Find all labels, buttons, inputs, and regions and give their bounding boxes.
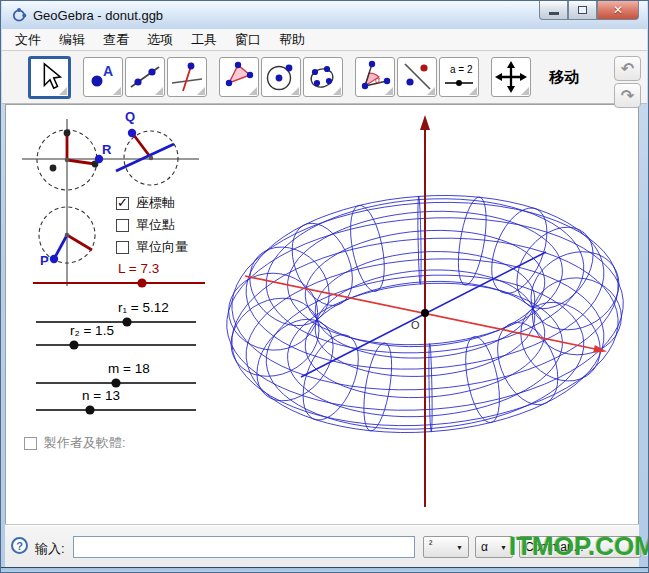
window-controls: ✕: [539, 1, 639, 20]
graphics-svg: [6, 105, 638, 524]
line-icon: [128, 60, 162, 94]
geogebra-logo-icon: [11, 7, 27, 23]
angle-icon: α: [358, 60, 392, 94]
red-vector-segment: [133, 134, 151, 158]
redo-icon: ↷: [621, 86, 634, 105]
redo-button[interactable]: ↷: [614, 83, 641, 108]
command-input[interactable]: [73, 536, 415, 558]
menu-item-3[interactable]: 选项: [138, 29, 182, 51]
move-view-icon: [494, 60, 528, 94]
conic-icon: [306, 60, 340, 94]
window-title: GeoGebra - donut.ggb: [33, 8, 163, 23]
menu-item-5[interactable]: 窗口: [226, 29, 270, 51]
undo-button[interactable]: ↶: [614, 56, 641, 81]
slider-handle-r1[interactable]: [122, 317, 131, 326]
menu-item-0[interactable]: 文件: [6, 29, 50, 51]
blue-point[interactable]: [50, 255, 58, 263]
title-bar[interactable]: GeoGebra - donut.ggb ✕: [2, 1, 647, 29]
window-frame-bottom: [1, 567, 648, 573]
point-label-Q: Q: [125, 110, 135, 123]
center-point: [149, 156, 154, 161]
slider-label-n: n = 13: [82, 389, 120, 403]
greek-dropdown-label: α: [481, 540, 488, 554]
minimize-icon: [549, 12, 559, 15]
greek-dropdown[interactable]: α: [475, 536, 513, 558]
z-axis-arrowhead: [420, 115, 430, 130]
checkbox-0-label: 座標軸: [136, 194, 175, 212]
slider-label-m: m = 18: [108, 362, 150, 376]
tool-conic-button[interactable]: [303, 57, 343, 97]
mode-label: 移动: [549, 68, 579, 87]
close-icon: ✕: [613, 3, 623, 17]
point-label-R: R: [102, 143, 111, 156]
toolbar: Aαa = 2 移动: [2, 51, 647, 104]
checkbox-1-label: 單位點: [136, 216, 175, 234]
restore-button[interactable]: [568, 1, 597, 20]
tool-angle-button[interactable]: α: [355, 57, 395, 97]
center-point: [65, 158, 70, 163]
checkbox-maker[interactable]: 製作者及軟體:: [24, 434, 126, 452]
input-bar: ? 输入: ² α Comman...: [5, 525, 639, 567]
exponent-dropdown[interactable]: ²: [423, 536, 469, 558]
point-icon: A: [86, 60, 120, 94]
origin-point[interactable]: [421, 309, 429, 317]
menu-bar: 文件编辑查看选项工具窗口帮助: [2, 29, 647, 51]
checkbox-0-box[interactable]: [116, 197, 129, 210]
point-label-O: O: [411, 319, 420, 332]
point-label-P: P: [40, 254, 49, 267]
checkbox-maker-box[interactable]: [24, 437, 37, 450]
exponent-dropdown-label: ²: [429, 538, 432, 549]
circle-icon: [264, 60, 298, 94]
reflect-icon: [400, 60, 434, 94]
help-icon[interactable]: ?: [11, 537, 28, 554]
slider-label-L: L = 7.3: [118, 262, 159, 276]
dark-point[interactable]: [50, 165, 57, 172]
red-vector-segment: [67, 235, 92, 250]
slider-handle-L[interactable]: [137, 278, 146, 287]
menu-item-1[interactable]: 编辑: [50, 29, 94, 51]
dark-point[interactable]: [64, 130, 71, 137]
minimize-button[interactable]: [539, 1, 568, 20]
center-point: [65, 233, 70, 238]
graphics-view[interactable]: QRPOL = 7.3r₁ = 5.12r₂ = 1.5m = 18n = 13…: [5, 104, 639, 525]
checkbox-1-box[interactable]: [116, 219, 129, 232]
close-button[interactable]: ✕: [597, 1, 639, 20]
slider-label-r2: r₂ = 1.5: [70, 324, 114, 338]
svg-text:α: α: [375, 75, 380, 85]
checkbox-1[interactable]: 單位點: [116, 216, 175, 234]
svg-text:A: A: [103, 63, 113, 79]
red-vector-segment: [67, 160, 95, 164]
menu-item-2[interactable]: 查看: [94, 29, 138, 51]
command-dropdown-label: Comman...: [525, 540, 584, 554]
tool-buttons: Aαa = 2: [28, 56, 533, 99]
tool-slider-button[interactable]: a = 2: [439, 57, 479, 97]
tool-move-button[interactable]: [28, 56, 71, 99]
checkbox-2[interactable]: 單位向量: [116, 238, 188, 256]
svg-text:a = 2: a = 2: [450, 64, 473, 75]
tool-line-button[interactable]: [125, 57, 165, 97]
tool-perpendicular-button[interactable]: [167, 57, 207, 97]
move-icon: [34, 60, 66, 94]
tool-circle-button[interactable]: [261, 57, 301, 97]
input-label: 输入:: [35, 540, 65, 558]
restore-icon: [578, 6, 587, 14]
checkbox-2-box[interactable]: [116, 241, 129, 254]
tool-reflect-button[interactable]: [397, 57, 437, 97]
slider-handle-r2[interactable]: [69, 340, 78, 349]
menu-item-4[interactable]: 工具: [182, 29, 226, 51]
tool-point-button[interactable]: A: [83, 57, 123, 97]
slider-icon: a = 2: [442, 60, 476, 94]
tool-polygon-button[interactable]: [219, 57, 259, 97]
slider-handle-m[interactable]: [111, 378, 120, 387]
slider-handle-n[interactable]: [85, 405, 94, 414]
polygon-icon: [222, 60, 256, 94]
tool-move-view-button[interactable]: [491, 57, 531, 97]
menu-item-6[interactable]: 帮助: [270, 29, 314, 51]
perpendicular-icon: [170, 60, 204, 94]
blue-point[interactable]: [128, 129, 136, 137]
checkbox-0[interactable]: 座標軸: [116, 194, 175, 212]
undo-redo-group: ↶ ↷: [614, 56, 641, 108]
command-dropdown[interactable]: Comman...: [519, 536, 641, 558]
undo-icon: ↶: [621, 59, 634, 78]
geogebra-window: GeoGebra - donut.ggb ✕ 文件编辑查看选项工具窗口帮助 Aα…: [0, 0, 649, 573]
